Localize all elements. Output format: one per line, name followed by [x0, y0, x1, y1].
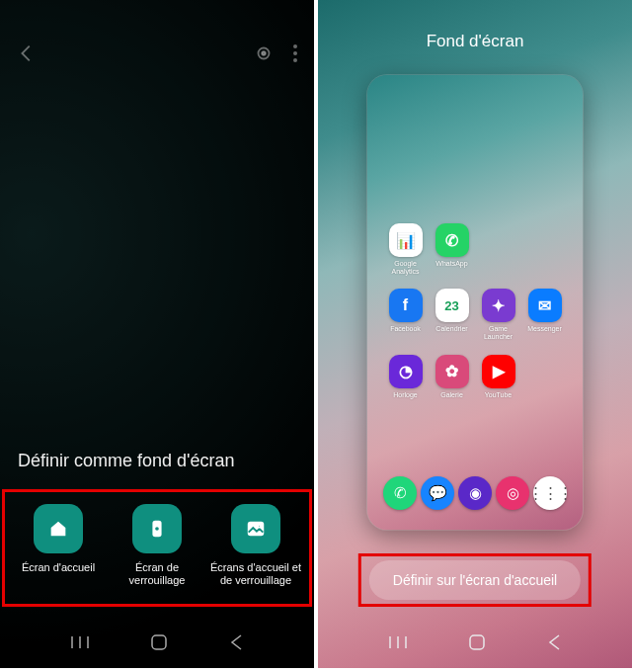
home-screen-preview: 📊Google Analytics✆WhatsAppfFacebook23Cal…	[367, 75, 583, 530]
link-icon[interactable]	[253, 42, 275, 68]
app-label: Google Analytics	[391, 260, 419, 275]
lock-icon	[132, 504, 182, 553]
svg-point-1	[262, 51, 266, 55]
app-icon-cell: ✦Game Launcher	[478, 289, 518, 340]
choice-row-highlight: Écran d'accueil Écran de verrouillage Éc…	[2, 489, 312, 608]
page-title: Fond d'écran	[318, 32, 632, 51]
svg-point-4	[293, 58, 297, 62]
app-icon-cell: ✆WhatsApp	[432, 223, 472, 275]
app-label: Galerie	[440, 391, 463, 399]
svg-rect-16	[470, 635, 484, 649]
app-icon[interactable]: 📊	[389, 223, 423, 257]
app-label: Messenger	[527, 325, 562, 333]
choice-label: Écrans d'accueil et de verrouillage	[210, 561, 301, 589]
app-icon[interactable]: ✿	[435, 355, 469, 388]
app-icon[interactable]: f	[389, 289, 423, 322]
app-icon[interactable]: ▶	[482, 355, 515, 388]
svg-rect-12	[152, 635, 166, 649]
app-icon[interactable]: ✉	[528, 289, 562, 322]
recent-apps-icon[interactable]	[388, 634, 408, 654]
set-on-home-button[interactable]: Définir sur l'écran d'accueil	[369, 560, 581, 600]
svg-point-6	[155, 527, 159, 531]
app-label: YouTube	[485, 391, 513, 399]
left-screenshot: Définir comme fond d'écran Écran d'accue…	[0, 0, 314, 668]
recent-apps-icon[interactable]	[70, 634, 90, 654]
home-nav-icon[interactable]	[468, 633, 486, 655]
apps-icon[interactable]: ⋮⋮⋮	[533, 476, 567, 510]
set-wallpaper-sheet: Définir comme fond d'écran Écran d'accue…	[0, 433, 314, 622]
choice-home-screen[interactable]: Écran d'accueil	[9, 500, 108, 593]
app-icon[interactable]: ◔	[389, 355, 423, 388]
back-nav-icon[interactable]	[228, 633, 244, 655]
app-label: Calendrier	[435, 325, 467, 333]
app-icon-cell	[524, 355, 565, 399]
app-icon-cell	[524, 223, 565, 275]
choice-label: Écran de verrouillage	[129, 561, 186, 589]
android-navbar	[0, 621, 314, 668]
home-nav-icon[interactable]	[150, 633, 168, 655]
choice-label: Écran d'accueil	[22, 561, 95, 575]
top-bar	[0, 38, 314, 73]
phone-icon[interactable]: ✆	[383, 476, 417, 510]
app-icon[interactable]: ✦	[482, 289, 515, 322]
camera-icon[interactable]: ◎	[496, 476, 529, 510]
android-navbar	[318, 621, 632, 668]
picture-icon	[231, 504, 280, 553]
app-icon[interactable]: ✆	[435, 223, 469, 257]
svg-point-8	[258, 524, 261, 527]
app-icon-cell: fFacebook	[385, 289, 426, 340]
messages-icon[interactable]: 💬	[421, 476, 454, 510]
app-icon[interactable]: 23	[435, 289, 469, 322]
sheet-title: Définir comme fond d'écran	[0, 433, 314, 489]
app-label: Game Launcher	[484, 325, 513, 340]
svg-point-3	[293, 51, 297, 55]
app-label: WhatsApp	[435, 260, 467, 268]
browser-icon[interactable]: ◉	[458, 476, 492, 510]
app-icon-cell: ◔Horloge	[385, 355, 426, 399]
choice-lock-screen[interactable]: Écran de verrouillage	[108, 500, 206, 593]
set-button-highlight: Définir sur l'écran d'accueil	[358, 553, 592, 607]
app-icon-cell	[478, 223, 518, 275]
dock: ✆💬◉◎⋮⋮⋮	[381, 470, 569, 516]
app-icon-cell: 23Calendrier	[432, 289, 472, 340]
app-icon-cell: ✿Galerie	[432, 355, 472, 399]
back-nav-icon[interactable]	[546, 633, 562, 655]
choice-both-screens[interactable]: Écrans d'accueil et de verrouillage	[206, 500, 305, 593]
home-icon	[34, 504, 83, 553]
app-label: Facebook	[390, 325, 421, 333]
back-icon[interactable]	[16, 42, 38, 68]
app-icon-cell: ▶YouTube	[478, 355, 518, 399]
app-label: Horloge	[393, 391, 418, 399]
more-icon[interactable]	[292, 42, 298, 68]
svg-point-2	[293, 44, 297, 48]
app-grid: 📊Google Analytics✆WhatsAppfFacebook23Cal…	[385, 223, 565, 398]
app-icon-cell: 📊Google Analytics	[385, 223, 426, 275]
right-screenshot: Fond d'écran 📊Google Analytics✆WhatsAppf…	[318, 0, 632, 668]
app-icon-cell: ✉Messenger	[524, 289, 565, 340]
